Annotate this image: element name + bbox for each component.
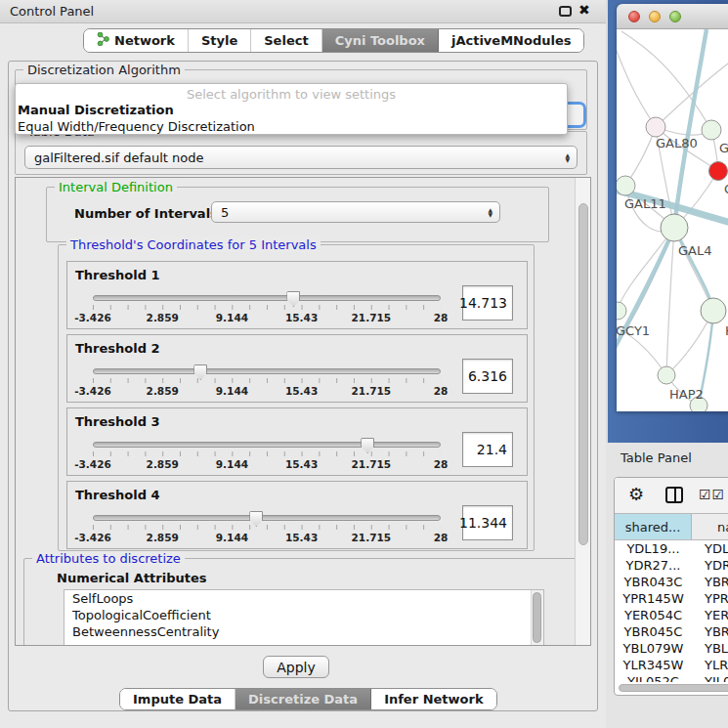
- threshold-4-slider[interactable]: -3.426 2.859 9.144 15.43 21.715 28: [93, 515, 441, 544]
- cell[interactable]: YIL0: [692, 673, 728, 682]
- select-columns-icon[interactable]: ☑☑: [699, 487, 725, 502]
- node-gal11[interactable]: [617, 176, 635, 195]
- list-item[interactable]: BetweennessCentrality: [64, 623, 543, 640]
- tab-select[interactable]: Select: [251, 29, 321, 52]
- tab-impute-data[interactable]: Impute Data: [120, 689, 236, 709]
- minimize-traffic-light[interactable]: [649, 11, 661, 22]
- slider-track[interactable]: [93, 515, 441, 521]
- node-top-right[interactable]: [702, 120, 721, 140]
- float-window-icon[interactable]: [559, 6, 572, 17]
- table-row[interactable]: YDL19... YDL1: [615, 540, 728, 557]
- cell[interactable]: YBL079W: [615, 640, 692, 657]
- cell[interactable]: YDR2: [692, 557, 728, 574]
- tab-cyni-toolbox[interactable]: Cyni Toolbox: [322, 29, 439, 52]
- node-red-selected[interactable]: [709, 162, 728, 181]
- table-row[interactable]: YIL052C YIL0: [615, 673, 728, 682]
- popup-item-equal-width-frequency[interactable]: Equal Width/Frequency Discretization: [16, 118, 567, 135]
- slider-track[interactable]: [93, 295, 441, 301]
- tab-infer-network[interactable]: Infer Network: [371, 689, 495, 709]
- node-gal80[interactable]: [646, 117, 665, 137]
- table-data-combobox[interactable]: galFiltered.sif default node ▲▼: [24, 146, 578, 169]
- threshold-1-slider[interactable]: -3.426 2.859 9.144 15.43 21.715 28: [93, 295, 441, 324]
- list-item[interactable]: TopologicalCoefficient: [64, 607, 543, 623]
- slider-ticks: [93, 305, 441, 310]
- threshold-2-value-field[interactable]: 6.316: [462, 359, 513, 394]
- threshold-3-value-field[interactable]: 21.4: [462, 432, 513, 467]
- node-label-gcy1: GCY1: [617, 323, 650, 338]
- cell[interactable]: YER054C: [615, 607, 692, 623]
- apply-button[interactable]: Apply: [263, 656, 329, 678]
- cell[interactable]: YBR043C: [615, 574, 692, 590]
- cell[interactable]: YDL19...: [615, 540, 692, 557]
- list-scrollbar-thumb[interactable]: [533, 592, 541, 643]
- cell[interactable]: YER0: [692, 607, 728, 623]
- popup-item-manual-discretization[interactable]: Manual Discretization: [16, 102, 567, 118]
- cell[interactable]: YLR3: [692, 657, 728, 673]
- cell[interactable]: YIL052C: [615, 673, 692, 682]
- cell[interactable]: YPR145W: [615, 590, 692, 607]
- list-scrollbar[interactable]: [531, 590, 543, 646]
- numerical-attributes-list[interactable]: SelfLoops TopologicalCoefficient Between…: [64, 589, 544, 646]
- combobox-arrows-icon: ▲▼: [488, 202, 492, 222]
- tick-label: 21.715: [352, 458, 392, 470]
- tab-discretize-data-label: Discretize Data: [248, 692, 358, 707]
- number-of-intervals-combobox[interactable]: 5 ▲▼: [211, 201, 500, 223]
- table-row[interactable]: YPR145W YPR1: [615, 590, 728, 607]
- cell[interactable]: YPR1: [692, 590, 728, 607]
- cell[interactable]: YBL0: [692, 640, 728, 657]
- node-label-gal80: GAL80: [656, 136, 698, 150]
- close-traffic-light[interactable]: [628, 11, 640, 22]
- threshold-3-slider[interactable]: -3.426 2.859 9.144 15.43 21.715 28: [93, 442, 441, 471]
- gear-icon[interactable]: ⚙: [628, 485, 644, 504]
- table-row[interactable]: YBL079W YBL0: [615, 640, 728, 657]
- network-canvas[interactable]: GAL80 GA C GAL11 GAL4 GCY1 H HAP2: [617, 29, 728, 411]
- table-row[interactable]: YBR045C YBR0: [615, 623, 728, 640]
- cell[interactable]: YDR27...: [615, 557, 692, 574]
- threshold-1-value-field[interactable]: 14.713: [462, 285, 513, 321]
- cell[interactable]: YBR045C: [615, 623, 692, 640]
- tab-style[interactable]: Style: [189, 29, 251, 52]
- tab-jactivemnodules[interactable]: jActiveMNodules: [439, 29, 584, 52]
- node-h[interactable]: [701, 298, 726, 323]
- node-label-gal11: GAL11: [624, 196, 666, 211]
- tab-network[interactable]: Network: [84, 29, 189, 52]
- cell[interactable]: YDL1: [692, 540, 728, 557]
- table-header-row: shared... na: [615, 513, 728, 540]
- slider-tick-labels: -3.426 2.859 9.144 15.43 21.715 28: [93, 312, 441, 323]
- table-row[interactable]: YER054C YER0: [615, 607, 728, 623]
- slider-track[interactable]: [93, 368, 441, 374]
- panel-scrollbar-thumb[interactable]: [578, 203, 588, 545]
- network-window[interactable]: GAL80 GA C GAL11 GAL4 GCY1 H HAP2: [617, 4, 728, 411]
- threshold-2-slider[interactable]: -3.426 2.859 9.144 15.43 21.715 28: [93, 368, 441, 398]
- column-header-shared-name[interactable]: shared...: [615, 514, 692, 539]
- close-icon[interactable]: ✖: [578, 2, 590, 18]
- network-view-frame[interactable]: GAL80 GA C GAL11 GAL4 GCY1 H HAP2: [608, 0, 728, 443]
- threshold-4-value-field[interactable]: 11.344: [462, 505, 513, 540]
- node-label-ga: GA: [719, 141, 728, 155]
- cell[interactable]: YBR0: [692, 623, 728, 640]
- tab-select-label: Select: [264, 33, 308, 48]
- threshold-1-label: Threshold 1: [75, 268, 160, 282]
- table-row[interactable]: YLR345W YLR3: [615, 657, 728, 673]
- network-window-titlebar[interactable]: [617, 4, 728, 29]
- cell[interactable]: YBR0: [692, 574, 728, 590]
- node-gal4[interactable]: [661, 214, 688, 241]
- tab-discretize-data[interactable]: Discretize Data: [236, 689, 371, 709]
- column-header-name[interactable]: na: [692, 514, 728, 539]
- zoom-traffic-light[interactable]: [669, 11, 681, 22]
- slider-track[interactable]: [93, 442, 441, 448]
- node-hap2[interactable]: [658, 366, 675, 384]
- columns-icon[interactable]: [665, 487, 683, 503]
- threshold-3-panel: Threshold 3 -3.426 2.859 9.144 15.43 21.…: [66, 407, 528, 476]
- list-item[interactable]: SelfLoops: [64, 590, 543, 607]
- table-row[interactable]: YDR27... YDR2: [615, 557, 728, 574]
- cell[interactable]: YLR345W: [615, 657, 692, 673]
- table-row[interactable]: YBR043C YBR0: [615, 574, 728, 590]
- node-gcy1[interactable]: [617, 302, 626, 320]
- slider-ticks: [93, 451, 441, 456]
- tick-label: -3.426: [74, 385, 111, 397]
- threshold-4-panel: Threshold 4 -3.426 2.859 9.144 15.43 21.…: [66, 481, 528, 549]
- tick-label: -3.426: [74, 532, 111, 543]
- horizontal-scrollbar[interactable]: [619, 684, 728, 692]
- panel-scrollbar[interactable]: [575, 178, 590, 645]
